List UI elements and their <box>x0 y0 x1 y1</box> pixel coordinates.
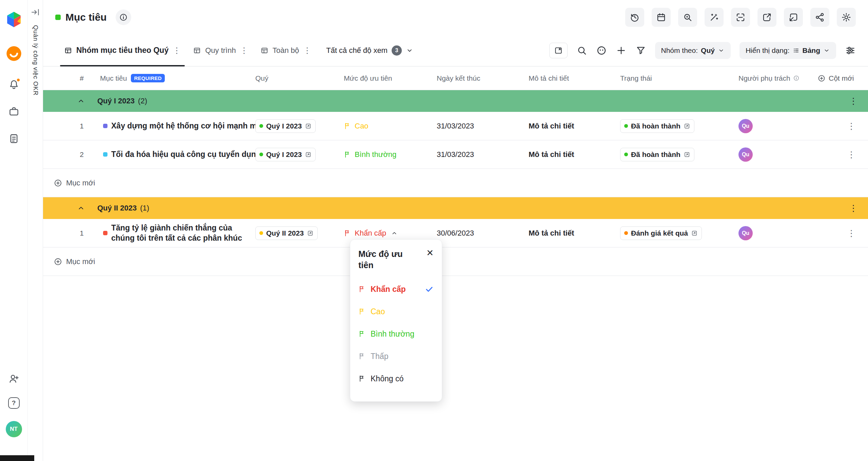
tab-menu-kebab[interactable]: ⋮ <box>303 46 311 55</box>
priority-value[interactable]: Bình thường <box>344 150 396 159</box>
priority-option-none[interactable]: Không có <box>358 367 434 390</box>
collapse-group-button[interactable] <box>43 204 97 212</box>
row-height-button[interactable] <box>845 45 856 56</box>
tab-all[interactable]: Toàn bộ ⋮ <box>254 35 317 66</box>
chip-dot <box>624 231 628 235</box>
base-logo[interactable] <box>4 10 23 31</box>
expand-record-icon <box>554 46 563 55</box>
end-date-value[interactable]: 30/06/2023 <box>434 229 526 238</box>
record-title[interactable]: Tối đa hóa hiệu quả công cụ tuyển dụng <box>111 149 261 160</box>
add-view-button[interactable] <box>616 45 627 56</box>
scan-button[interactable] <box>731 8 750 27</box>
add-column-button[interactable]: Cột mới <box>815 74 868 82</box>
settings-button[interactable] <box>837 8 856 27</box>
column-header-status[interactable]: Trạng thái <box>617 74 736 82</box>
calendar-button[interactable] <box>652 8 671 27</box>
end-date-value[interactable]: 31/03/2023 <box>434 150 526 159</box>
topbar-actions <box>625 8 856 27</box>
status-chip[interactable]: Đánh giá kết quả <box>620 226 702 240</box>
group-header-q1[interactable]: Quý I 2023 (2) ⋮ <box>43 90 868 112</box>
row-menu-kebab[interactable]: ⋮ <box>847 150 856 159</box>
filter-button[interactable] <box>635 45 646 56</box>
table-info-button[interactable] <box>116 9 131 25</box>
row-number: 1 <box>43 122 97 130</box>
tab-menu-kebab[interactable]: ⋮ <box>173 46 181 55</box>
group-by-dropdown[interactable]: Nhóm theo: Quý <box>655 42 731 59</box>
column-header-priority[interactable]: Mức độ ưu tiên <box>341 74 434 82</box>
search-records-button[interactable] <box>678 8 697 27</box>
import-icon <box>788 12 798 22</box>
help-button[interactable]: ? <box>8 397 20 409</box>
table-row[interactable]: 1 Xây dựng một hệ thống cơ hội mạnh mẽ Q… <box>43 112 868 140</box>
all-views-dropdown[interactable]: Tất cả chế độ xem 3 <box>326 45 413 56</box>
add-record-label: Mục mới <box>66 179 95 187</box>
notifications-button[interactable] <box>7 78 20 91</box>
display-as-dropdown[interactable]: Hiển thị dạng: Bảng <box>739 42 836 59</box>
tab-menu-kebab[interactable]: ⋮ <box>240 46 248 55</box>
expand-sidebar-button[interactable] <box>31 7 40 17</box>
assignee-avatar[interactable]: Qu <box>738 226 753 240</box>
status-chip[interactable]: Đã hoàn thành <box>620 119 694 133</box>
group-menu-kebab[interactable]: ⋮ <box>849 97 858 105</box>
column-header-assignee[interactable]: Người phụ trách <box>736 74 815 82</box>
assistant-icon <box>596 45 607 56</box>
column-header-end-date[interactable]: Ngày kết thúc <box>434 74 526 82</box>
assistant-button[interactable] <box>596 45 607 56</box>
description-value[interactable]: Mô tả chi tiết <box>526 122 617 131</box>
priority-option-urgent[interactable]: Khẩn cấp <box>358 278 434 300</box>
collapse-group-button[interactable] <box>43 97 97 105</box>
open-record-icon[interactable] <box>691 230 698 237</box>
column-header-quarter[interactable]: Quý <box>253 74 341 82</box>
end-date-value[interactable]: 31/03/2023 <box>434 122 526 131</box>
close-icon[interactable]: ✕ <box>426 248 434 257</box>
add-column-label: Cột mới <box>829 74 854 82</box>
open-record-panel-button[interactable] <box>549 43 568 58</box>
add-record-row[interactable]: Mục mới <box>43 247 868 276</box>
workspace-button[interactable] <box>7 105 20 118</box>
row-menu-kebab[interactable]: ⋮ <box>847 229 856 238</box>
table-row[interactable]: 2 Tối đa hóa hiệu quả công cụ tuyển dụng… <box>43 140 868 169</box>
row-menu-kebab[interactable]: ⋮ <box>847 122 856 131</box>
assignee-avatar[interactable]: Qu <box>738 147 753 162</box>
quarter-chip[interactable]: Quý I 2023 <box>255 119 316 133</box>
quarter-chip[interactable]: Quý I 2023 <box>255 148 316 161</box>
okr-app-icon[interactable] <box>5 45 23 64</box>
flag-icon <box>358 375 366 382</box>
quarter-chip[interactable]: Quý II 2023 <box>255 226 318 240</box>
group-menu-kebab[interactable]: ⋮ <box>849 204 858 213</box>
status-chip[interactable]: Đã hoàn thành <box>620 148 694 161</box>
group-header-q2[interactable]: Quý II 2023 (1) ⋮ <box>43 197 868 219</box>
description-value[interactable]: Mô tả chi tiết <box>526 150 617 159</box>
invite-members-button[interactable] <box>7 372 20 385</box>
description-value[interactable]: Mô tả chi tiết <box>526 229 617 238</box>
open-record-icon[interactable] <box>684 151 690 158</box>
automation-button[interactable] <box>705 8 724 27</box>
priority-option-normal[interactable]: Bình thường <box>358 323 434 345</box>
open-record-icon[interactable] <box>305 151 312 158</box>
user-avatar[interactable]: NT <box>6 421 22 437</box>
assignee-avatar[interactable]: Qu <box>738 119 753 133</box>
priority-value-open[interactable]: Khẩn cấp <box>344 229 398 238</box>
export-button[interactable] <box>757 8 776 27</box>
history-button[interactable] <box>625 8 644 27</box>
documents-button[interactable] <box>7 132 20 145</box>
column-header-title[interactable]: Mục tiêu REQUIRED <box>97 74 253 82</box>
table-row[interactable]: 1 Tăng tỷ lệ giành chiến thắng của chúng… <box>43 219 868 247</box>
open-record-icon[interactable] <box>305 123 312 129</box>
priority-value[interactable]: Cao <box>344 122 368 131</box>
add-record-row[interactable]: Mục mới <box>43 169 868 197</box>
share-button[interactable] <box>810 8 829 27</box>
open-record-icon[interactable] <box>307 230 314 237</box>
open-record-icon[interactable] <box>684 123 690 129</box>
record-title[interactable]: Tăng tỷ lệ giành chiến thắng của chúng t… <box>111 223 246 243</box>
column-header-description[interactable]: Mô tả chi tiết <box>526 74 617 82</box>
all-views-label: Tất cả chế độ xem <box>326 46 388 55</box>
priority-option-high[interactable]: Cao <box>358 300 434 323</box>
cube-logo-icon <box>4 10 23 29</box>
search-button[interactable] <box>576 45 587 56</box>
import-button[interactable] <box>784 8 803 27</box>
record-title[interactable]: Xây dựng một hệ thống cơ hội mạnh mẽ <box>111 121 261 131</box>
priority-option-low[interactable]: Thấp <box>358 345 434 367</box>
tab-group-by-quarter[interactable]: Nhóm mục tiêu theo Quý ⋮ <box>58 35 187 66</box>
tab-process[interactable]: Quy trình ⋮ <box>187 35 254 66</box>
